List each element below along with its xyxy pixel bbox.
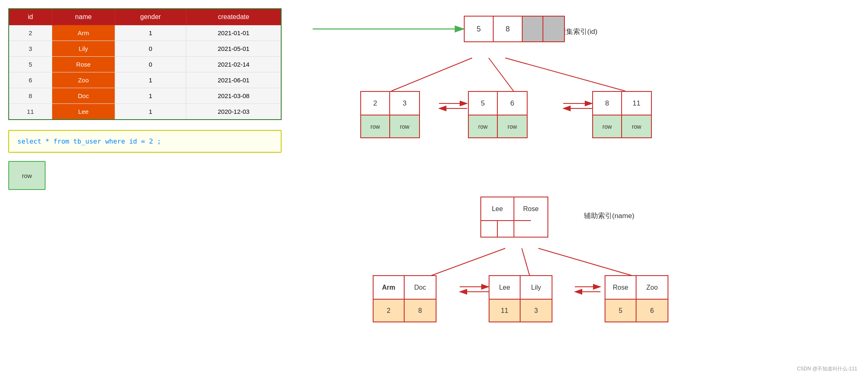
table-cell-createdate: 2021-06-01 [186,72,281,88]
table-row: 3Lily02021-05-01 [9,41,281,57]
svg-line-10 [427,248,505,277]
sec-level1-right: Rose Zoo 5 6 [605,275,668,322]
table-cell-name: Doc [52,88,115,104]
btree-level1-right: 8 11 row row [592,91,652,138]
btree-level1-mid: 5 6 row row [468,91,528,138]
table-cell-id: 2 [9,25,52,41]
data-table: idnamegendercreatedate 2Arm12021-01-013L… [8,8,282,120]
table-cell-gender: 1 [115,72,186,88]
table-header-name: name [52,9,115,25]
table-row: 8Doc12021-03-08 [9,88,281,104]
table-cell-name: Lee [52,104,115,120]
table-cell-createdate: 2021-03-08 [186,88,281,104]
table-cell-createdate: 2021-01-01 [186,25,281,41]
sec-l1-left-id2: 8 [405,299,436,322]
sec-l1-mid-id2: 3 [521,299,552,322]
sec-root-cell1: Lee [481,197,514,220]
root-cell-2: 8 [494,17,523,41]
table-cell-gender: 1 [115,104,186,120]
l1-left-cell2: 3 [390,92,419,115]
table-cell-name: Arm [52,25,115,41]
svg-line-12 [538,248,638,277]
sec-l1-left-cell1: Arm [374,276,405,299]
sec-l1-right-id1: 5 [605,299,637,322]
l1-mid-row1: row [469,115,498,137]
l1-mid-cell1: 5 [469,92,498,115]
table-cell-gender: 0 [115,41,186,57]
sec-level1-left: Arm Doc 2 8 [373,275,436,322]
sec-root-ptr1 [481,220,498,237]
table-row: 6Zoo12021-06-01 [9,72,281,88]
table-header-id: id [9,9,52,25]
sql-query-text: select * from tb_user where id = 2 ; [17,137,161,145]
table-cell-gender: 1 [115,25,186,41]
l1-left-cell1: 2 [361,92,390,115]
l1-left-row2: row [390,115,419,137]
sec-l1-mid-cell1: Lee [489,276,521,299]
l1-left-row1: row [361,115,390,137]
sec-l1-left-id1: 2 [374,299,405,322]
table-row: 11Lee12020-12-03 [9,104,281,120]
svg-line-3 [391,58,472,91]
table-cell-name: Zoo [52,72,115,88]
table-cell-id: 3 [9,41,52,57]
table-cell-createdate: 2021-02-14 [186,57,281,72]
svg-line-11 [522,248,530,277]
sec-root-ptr3 [514,220,531,237]
l1-right-cell2: 11 [622,92,651,115]
sec-root-cell2: Rose [514,197,547,220]
left-panel: idnamegendercreatedate 2Arm12021-01-013L… [8,8,282,190]
table-row: 2Arm12021-01-01 [9,25,281,41]
table-cell-id: 6 [9,72,52,88]
sec-l1-right-id2: 6 [637,299,668,322]
watermark: CSDN @不知道叫什么-111 [797,365,857,372]
l1-right-row1: row [593,115,622,137]
sec-l1-right-cell2: Zoo [637,276,668,299]
sec-l1-left-cell2: Doc [405,276,436,299]
svg-line-5 [505,58,625,91]
sec-l1-right-cell1: Rose [605,276,637,299]
row-indicator-label: row [22,172,32,179]
sec-btree-root-node: Lee Rose [480,197,548,238]
l1-mid-cell2: 6 [498,92,527,115]
table-cell-id: 5 [9,57,52,72]
table-header-gender: gender [115,9,186,25]
table-cell-name: Rose [52,57,115,72]
table-header-createdate: createdate [186,9,281,25]
sec-l1-mid-cell2: Lily [521,276,552,299]
table-cell-name: Lily [52,41,115,57]
root-cell-1: 5 [465,17,494,41]
sql-query-box: select * from tb_user where id = 2 ; [8,130,282,153]
btree-root-node: 5 8 [464,16,565,42]
row-indicator-box: row [8,161,46,190]
sec-l1-mid-id1: 11 [489,299,521,322]
btree-diagram: 聚集索引(id) 5 8 2 3 row row [311,4,857,377]
l1-right-row2: row [622,115,651,137]
table-cell-createdate: 2020-12-03 [186,104,281,120]
sec-root-ptr2 [498,220,514,237]
root-cell-4 [543,17,564,41]
table-cell-id: 11 [9,104,52,120]
table-cell-createdate: 2021-05-01 [186,41,281,57]
table-cell-gender: 1 [115,88,186,104]
btree-level1-left: 2 3 row row [360,91,420,138]
sec-level1-mid: Lee Lily 11 3 [489,275,552,322]
table-row: 5Rose02021-02-14 [9,57,281,72]
l1-right-cell1: 8 [593,92,622,115]
table-cell-gender: 0 [115,57,186,72]
table-cell-id: 8 [9,88,52,104]
l1-mid-row2: row [498,115,527,137]
svg-line-4 [489,58,514,91]
secondary-index-label: 辅助索引(name) [584,211,634,221]
root-cell-3 [523,17,543,41]
